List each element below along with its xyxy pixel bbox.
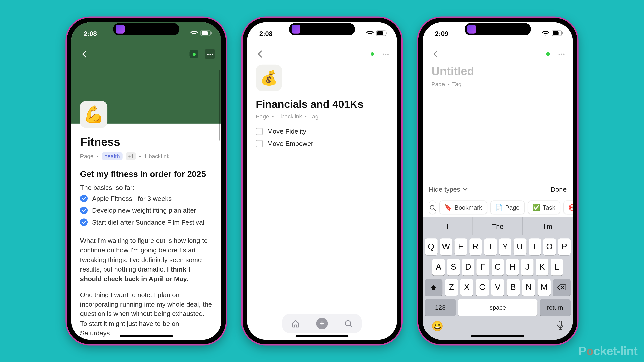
key-x[interactable]: X	[460, 279, 473, 296]
key-a[interactable]: A	[432, 259, 445, 276]
check-done-icon	[80, 207, 88, 214]
island-app-icon	[116, 25, 125, 34]
check-item[interactable]: Develop new weightlifting plan after	[80, 207, 213, 214]
key-k[interactable]: K	[536, 259, 548, 276]
checkbox-icon[interactable]	[256, 128, 263, 135]
sync-indicator[interactable]	[546, 52, 550, 56]
key-l[interactable]: L	[550, 259, 563, 276]
keyboard-accessory: Hide types Done	[429, 186, 567, 193]
chip-search[interactable]	[429, 200, 436, 214]
page-icon[interactable]: 💪	[80, 101, 107, 128]
key-shift[interactable]	[425, 279, 442, 296]
done-button[interactable]: Done	[551, 186, 567, 193]
nav-row	[247, 44, 397, 64]
tag-placeholder[interactable]: Tag	[309, 113, 319, 120]
suggestion[interactable]: I	[423, 217, 472, 235]
key-n[interactable]: N	[522, 279, 535, 296]
wifi-icon	[366, 30, 374, 36]
page-icon[interactable]: 💰	[256, 65, 282, 91]
battery-icon	[552, 31, 563, 36]
more-button[interactable]	[556, 49, 567, 59]
back-button[interactable]	[253, 47, 266, 61]
chip-page[interactable]: 📄Page	[490, 200, 525, 214]
key-space[interactable]: space	[458, 299, 538, 316]
key-o[interactable]: O	[543, 238, 556, 255]
more-button[interactable]	[205, 49, 215, 59]
key-i[interactable]: I	[528, 238, 541, 255]
sync-indicator[interactable]	[190, 50, 198, 58]
key-backspace[interactable]	[553, 279, 571, 296]
todo-item[interactable]: Move Empower	[256, 140, 388, 147]
screen: 2:08 💪	[71, 22, 221, 340]
chip-task[interactable]: ✅Task	[528, 200, 560, 214]
svg-rect-8	[386, 32, 387, 34]
home-indicator[interactable]	[120, 335, 173, 337]
emoji-button[interactable]: 😀	[431, 321, 443, 333]
sync-indicator[interactable]	[371, 52, 374, 56]
svg-rect-13	[562, 32, 563, 34]
wifi-icon	[542, 30, 549, 36]
home-indicator[interactable]	[471, 335, 524, 337]
type-chips-row: 🔖Bookmark 📄Page ✅Task 🎯Pr	[426, 200, 573, 214]
key-e[interactable]: E	[455, 238, 467, 255]
key-row: A S D F G H J K L	[423, 259, 573, 276]
dictation-button[interactable]	[557, 321, 564, 333]
key-h[interactable]: H	[506, 259, 519, 276]
back-button[interactable]	[77, 47, 91, 61]
key-w[interactable]: W	[440, 238, 452, 255]
suggestion[interactable]: The	[472, 217, 522, 235]
key-c[interactable]: C	[476, 279, 489, 296]
chip-project[interactable]: 🎯Pr	[563, 200, 573, 214]
key-p[interactable]: P	[558, 238, 571, 255]
key-j[interactable]: J	[521, 259, 534, 276]
check-done-icon	[80, 195, 88, 202]
tag-health[interactable]: health	[102, 152, 123, 160]
backlink-count[interactable]: 1 backlink	[144, 153, 169, 159]
page-icon: 📄	[495, 204, 503, 211]
tag-placeholder[interactable]: Tag	[452, 81, 462, 87]
key-numbers[interactable]: 123	[425, 299, 456, 316]
key-y[interactable]: Y	[499, 238, 511, 255]
back-button[interactable]	[429, 47, 442, 61]
add-button[interactable]: +	[314, 316, 330, 331]
check-item[interactable]: Apple Fitness+ for 3 weeks	[80, 195, 213, 202]
home-indicator[interactable]	[296, 335, 349, 337]
key-return[interactable]: return	[540, 299, 571, 316]
key-f[interactable]: F	[477, 259, 489, 276]
flex-emoji-icon: 💪	[83, 105, 104, 124]
check-done-icon	[80, 218, 88, 226]
key-b[interactable]: B	[507, 279, 520, 296]
key-v[interactable]: V	[491, 279, 504, 296]
backlink-count[interactable]: 1 backlink	[276, 113, 302, 120]
scrollbar[interactable]	[219, 70, 220, 141]
key-z[interactable]: Z	[445, 279, 458, 296]
key-t[interactable]: T	[484, 238, 497, 255]
svg-rect-12	[553, 31, 559, 35]
key-q[interactable]: Q	[425, 238, 437, 255]
key-r[interactable]: R	[469, 238, 482, 255]
meta-type: Page	[256, 113, 269, 120]
checkbox-icon[interactable]	[256, 140, 263, 147]
chip-bookmark[interactable]: 🔖Bookmark	[439, 200, 487, 214]
todo-list: Move Fidelity Move Empower	[256, 128, 388, 147]
check-label: Start diet after Sundance Film Festival	[92, 218, 204, 226]
more-button[interactable]	[380, 49, 391, 59]
key-s[interactable]: S	[447, 259, 460, 276]
hide-types-toggle[interactable]: Hide types	[429, 186, 468, 193]
suggestion[interactable]: I'm	[522, 217, 573, 235]
key-m[interactable]: M	[537, 279, 551, 296]
tag-more[interactable]: +1	[126, 152, 136, 160]
key-u[interactable]: U	[514, 238, 526, 255]
bookmark-icon: 🔖	[444, 204, 452, 211]
svg-point-3	[80, 195, 88, 202]
home-button[interactable]	[288, 316, 303, 331]
todo-item[interactable]: Move Fidelity	[256, 128, 388, 135]
key-g[interactable]: G	[491, 259, 504, 276]
svg-point-14	[430, 205, 434, 209]
search-button[interactable]	[341, 316, 356, 331]
meta-type: Page	[80, 153, 93, 159]
check-item[interactable]: Start diet after Sundance Film Festival	[80, 218, 213, 226]
paragraph: One thing I want to note: I plan on inco…	[80, 290, 213, 338]
key-d[interactable]: D	[462, 259, 474, 276]
page-title-placeholder[interactable]: Untitled	[431, 65, 564, 78]
